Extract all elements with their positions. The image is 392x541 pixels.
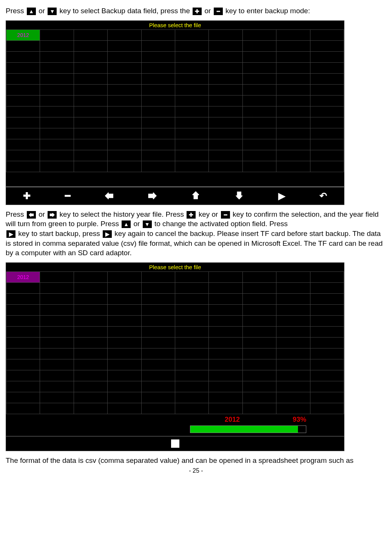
status-percent: 93% bbox=[293, 416, 306, 424]
minus-icon: ━ bbox=[214, 8, 223, 15]
return-icon[interactable]: ↶ bbox=[319, 191, 327, 201]
arrow-right-icon[interactable]: 🡆 bbox=[148, 191, 157, 201]
arrow-left-icon: 🡄 bbox=[27, 211, 36, 219]
device-screen-1: Please select the file 2012 ✚ ━ 🡄 🡆 🡅 🡇 … bbox=[6, 20, 344, 205]
arrow-up-icon: ▲ bbox=[27, 8, 36, 15]
minus-icon[interactable]: ━ bbox=[65, 191, 70, 201]
backup-status: 2012 93% bbox=[6, 414, 344, 425]
file-grid: 2012 bbox=[6, 271, 344, 414]
arrow-down-icon: ▼ bbox=[143, 220, 152, 228]
play-icon[interactable]: ▶ bbox=[278, 191, 285, 201]
text: or bbox=[39, 7, 47, 15]
stop-icon[interactable] bbox=[171, 439, 179, 448]
minus-icon: ━ bbox=[221, 211, 230, 219]
arrow-up-icon[interactable]: 🡅 bbox=[191, 191, 201, 201]
text: key to select the history year file. Pre… bbox=[60, 210, 186, 218]
progress-fill bbox=[190, 426, 298, 433]
device-screen-2: Please select the file 2012 2012 93% bbox=[6, 262, 344, 451]
arrow-down-icon: ▼ bbox=[48, 8, 57, 15]
status-year: 2012 bbox=[225, 416, 240, 424]
instruction-2: Press 🡄 or 🡆 key to select the history y… bbox=[6, 210, 386, 258]
text: key to start backup, press bbox=[18, 230, 102, 237]
text: or bbox=[133, 220, 142, 228]
arrow-up-icon: ▲ bbox=[122, 220, 131, 228]
play-icon: ▶ bbox=[6, 230, 15, 238]
instruction-1: Press ▲ or ▼ key to select Backup data f… bbox=[6, 6, 386, 16]
text: key to enter backup mode: bbox=[225, 7, 310, 15]
plus-icon: ✚ bbox=[193, 8, 202, 15]
stop-toolbar bbox=[6, 436, 344, 451]
progress-bar bbox=[190, 425, 306, 433]
text: to change the activated option field. Pr… bbox=[154, 220, 288, 228]
arrow-left-icon[interactable]: 🡄 bbox=[105, 191, 114, 201]
text: key or bbox=[199, 210, 220, 218]
screen-title: Please select the file bbox=[6, 263, 344, 271]
text: or bbox=[39, 210, 47, 218]
screen-title: Please select the file bbox=[6, 21, 344, 29]
text: Press bbox=[6, 210, 26, 218]
toolbar: ✚ ━ 🡄 🡆 🡅 🡇 ▶ ↶ bbox=[6, 186, 344, 205]
instruction-3: The format of the data is csv (comma sep… bbox=[6, 456, 386, 465]
play-icon: ▶ bbox=[103, 230, 112, 238]
file-grid: 2012 bbox=[6, 29, 344, 172]
arrow-down-icon[interactable]: 🡇 bbox=[235, 191, 244, 201]
arrow-right-icon: 🡆 bbox=[48, 211, 57, 219]
page-number: - 25 - bbox=[6, 467, 386, 474]
plus-icon[interactable]: ✚ bbox=[23, 191, 31, 201]
year-cell-selected[interactable]: 2012 bbox=[6, 29, 40, 40]
year-cell-confirmed[interactable]: 2012 bbox=[6, 271, 40, 282]
text: key to select Backup data field, press t… bbox=[60, 7, 192, 15]
text: Press bbox=[6, 7, 26, 15]
text: or bbox=[205, 7, 213, 15]
plus-icon: ✚ bbox=[187, 211, 196, 219]
